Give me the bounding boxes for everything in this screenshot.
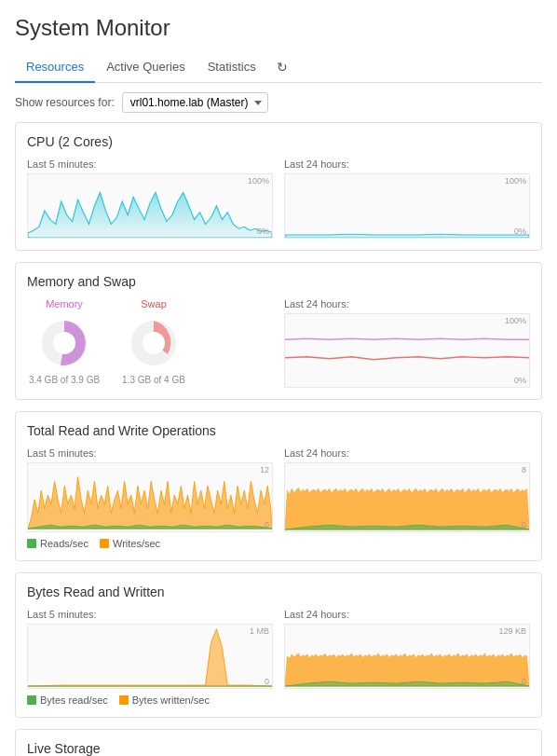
bytes-24h-section: Last 24 hours: 129 KB 0 — [284, 609, 530, 706]
cpu-5min-section: Last 5 minutes: 100% 0% — [27, 158, 273, 239]
memory-charts-row: Memory 3.4 GB of 3.9 GB Swap — [27, 298, 530, 388]
content-area: CPU (2 Cores) Last 5 minutes: 100% 0% — [0, 122, 557, 756]
cpu-24h-svg — [285, 174, 529, 238]
memory-pie-svg — [36, 315, 92, 371]
bytes-24h-svg — [285, 625, 529, 688]
reads-dot — [27, 539, 36, 548]
swap-pie-area: Swap 1.3 GB of 4 GB — [116, 298, 191, 385]
tab-statistics[interactable]: Statistics — [197, 52, 267, 83]
io-5min-top-axis: 12 — [260, 465, 269, 474]
bytes-5min-section: Last 5 minutes: 1 MB 0 Bytes r — [27, 609, 273, 706]
io-5min-section: Last 5 minutes: 12 0 — [27, 447, 273, 549]
cpu-24h-chart: 100% 0% — [284, 173, 530, 239]
tab-active-queries[interactable]: Active Queries — [95, 52, 197, 83]
bytes-5min-chart: 1 MB 0 — [27, 624, 273, 689]
io-legend: Reads/sec Writes/sec — [27, 538, 273, 549]
bytes-24h-label: Last 24 hours: — [284, 609, 530, 620]
io-5min-label: Last 5 minutes: — [27, 447, 273, 459]
storage-card-title: Live Storage — [27, 741, 530, 756]
refresh-button[interactable]: ↻ — [271, 52, 293, 82]
memory-24h-svg — [285, 314, 529, 387]
bytes-reads-dot — [27, 695, 36, 705]
io-24h-chart: 8 0 — [284, 462, 530, 532]
swap-pie-value: 1.3 GB of 4 GB — [122, 375, 185, 385]
bytes-5min-top-axis: 1 MB — [250, 626, 269, 636]
cpu-5min-top-axis: 100% — [248, 176, 269, 186]
page-header: System Monitor Resources Active Queries … — [0, 0, 557, 83]
memory-24h-section: Last 24 hours: 100% 0% — [284, 298, 530, 388]
memory-card-title: Memory and Swap — [27, 274, 530, 289]
cpu-card: CPU (2 Cores) Last 5 minutes: 100% 0% — [15, 122, 542, 251]
cpu-card-title: CPU (2 Cores) — [27, 134, 530, 149]
io-legend-writes: Writes/sec — [100, 538, 160, 549]
cpu-5min-svg — [28, 174, 272, 238]
writes-dot — [100, 539, 109, 548]
app-container: System Monitor Resources Active Queries … — [0, 0, 557, 756]
memory-24h-bottom-axis: 0% — [514, 376, 526, 385]
swap-pie-title: Swap — [141, 298, 167, 309]
toolbar: Show resources for: vrl01.home.lab (Mast… — [0, 83, 557, 122]
bytes-24h-bottom-axis: 0 — [522, 677, 526, 686]
io-charts-row: Last 5 minutes: 12 0 — [27, 447, 530, 549]
bytes-legend: Bytes read/sec Bytes written/sec — [27, 694, 273, 706]
memory-pie-area: Memory 3.4 GB of 3.9 GB — [27, 298, 102, 385]
cpu-24h-bottom-axis: 0% — [514, 227, 526, 236]
io-card-title: Total Read and Write Operations — [27, 423, 530, 438]
swap-pie-svg — [126, 315, 182, 371]
memory-24h-chart: 100% 0% — [284, 313, 530, 388]
page-title: System Monitor — [15, 15, 542, 41]
bytes-writes-dot — [119, 695, 129, 705]
bytes-card-title: Bytes Read and Written — [27, 584, 530, 599]
cpu-24h-section: Last 24 hours: 100% 0% — [284, 158, 530, 239]
bytes-5min-label: Last 5 minutes: — [27, 609, 273, 620]
io-24h-section: Last 24 hours: 8 0 — [284, 447, 530, 549]
io-card: Total Read and Write Operations Last 5 m… — [15, 411, 542, 561]
io-24h-top-axis: 8 — [522, 465, 526, 474]
memory-pie-title: Memory — [46, 298, 83, 309]
memory-24h-top-axis: 100% — [505, 316, 526, 325]
memory-pie-value: 3.4 GB of 3.9 GB — [29, 375, 100, 385]
cpu-5min-chart: 100% 0% — [27, 173, 273, 239]
storage-card: Live Storage 709.2 MB used out of 18.7 G… — [15, 729, 542, 756]
show-resources-label: Show resources for: — [15, 96, 115, 109]
bytes-24h-top-axis: 129 KB — [498, 626, 526, 636]
cpu-24h-top-axis: 100% — [505, 176, 526, 186]
io-24h-label: Last 24 hours: — [284, 447, 530, 459]
cpu-24h-label: Last 24 hours: — [284, 158, 530, 170]
bytes-charts-row: Last 5 minutes: 1 MB 0 Bytes r — [27, 609, 530, 706]
svg-point-3 — [143, 332, 165, 354]
bytes-legend-writes: Bytes written/sec — [119, 694, 210, 706]
io-5min-svg — [28, 463, 272, 531]
bytes-5min-svg — [28, 625, 272, 688]
io-5min-bottom-axis: 0 — [265, 520, 269, 529]
memory-card: Memory and Swap Memory 3.4 GB of 3.9 GB — [15, 262, 542, 400]
cpu-5min-bottom-axis: 0% — [257, 227, 269, 236]
tab-resources[interactable]: Resources — [15, 52, 95, 83]
tabs-bar: Resources Active Queries Statistics ↻ — [15, 52, 542, 83]
cpu-5min-label: Last 5 minutes: — [27, 158, 273, 170]
io-legend-reads: Reads/sec — [27, 538, 88, 549]
io-5min-chart: 12 0 — [27, 462, 273, 532]
svg-point-1 — [53, 332, 75, 354]
bytes-legend-reads: Bytes read/sec — [27, 694, 108, 706]
memory-pies-section: Memory 3.4 GB of 3.9 GB Swap — [27, 298, 273, 388]
bytes-5min-bottom-axis: 0 — [265, 677, 269, 686]
bytes-card: Bytes Read and Written Last 5 minutes: 1… — [15, 572, 542, 718]
cpu-charts-row: Last 5 minutes: 100% 0% — [27, 158, 530, 239]
server-select[interactable]: vrl01.home.lab (Master) — [122, 92, 268, 113]
io-24h-bottom-axis: 0 — [522, 520, 526, 529]
io-24h-svg — [285, 463, 529, 531]
bytes-24h-chart: 129 KB 0 — [284, 624, 530, 689]
memory-24h-label: Last 24 hours: — [284, 298, 530, 309]
